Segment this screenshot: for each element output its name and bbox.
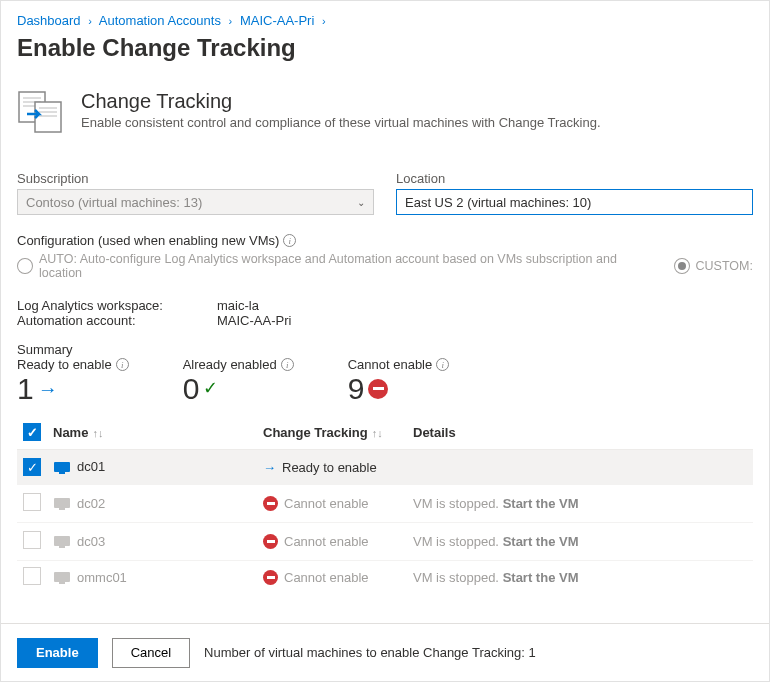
stop-icon bbox=[263, 534, 278, 549]
svg-rect-12 bbox=[54, 536, 70, 546]
radio-custom[interactable] bbox=[674, 258, 690, 274]
enable-button[interactable]: Enable bbox=[17, 638, 98, 668]
table-row[interactable]: ommc01 Cannot enable VM is stopped. Star… bbox=[17, 561, 753, 589]
svg-rect-15 bbox=[59, 582, 65, 584]
status-text: Cannot enable bbox=[284, 570, 369, 585]
svg-rect-9 bbox=[59, 472, 65, 474]
log-analytics-value: maic-la bbox=[217, 298, 259, 313]
table-row[interactable]: dc02 Cannot enable VM is stopped. Start … bbox=[17, 485, 753, 523]
arrow-right-icon: → bbox=[38, 378, 58, 400]
chevron-right-icon: › bbox=[229, 15, 233, 27]
location-select[interactable]: East US 2 (virtual machines: 10) bbox=[396, 189, 753, 215]
hero-subtitle: Enable consistent control and compliance… bbox=[81, 115, 601, 130]
cancel-button[interactable]: Cancel bbox=[112, 638, 190, 668]
vm-icon bbox=[53, 571, 71, 585]
breadcrumb-link[interactable]: MAIC-AA-Pri bbox=[240, 13, 314, 28]
stop-icon bbox=[368, 379, 388, 399]
breadcrumb: Dashboard › Automation Accounts › MAIC-A… bbox=[17, 13, 753, 28]
svg-rect-14 bbox=[54, 572, 70, 582]
column-change-tracking[interactable]: Change Tracking↑↓ bbox=[257, 415, 407, 450]
summary-ready: Ready to enablei 1→ bbox=[17, 357, 129, 405]
svg-rect-8 bbox=[54, 462, 70, 472]
details-text: VM is stopped. bbox=[413, 534, 499, 549]
stop-icon bbox=[263, 496, 278, 511]
column-name[interactable]: Name↑↓ bbox=[47, 415, 257, 450]
table-row[interactable]: dc01 →Ready to enable bbox=[17, 450, 753, 485]
chevron-right-icon: › bbox=[88, 15, 92, 27]
footer-bar: Enable Cancel Number of virtual machines… bbox=[1, 623, 769, 681]
summary-label: Summary bbox=[17, 342, 753, 357]
info-icon[interactable]: i bbox=[283, 234, 296, 247]
row-checkbox bbox=[23, 567, 41, 585]
sort-icon: ↑↓ bbox=[92, 427, 103, 439]
vm-name: dc03 bbox=[77, 534, 105, 549]
check-icon: ✓ bbox=[203, 379, 218, 399]
vm-icon bbox=[53, 461, 71, 475]
select-all-checkbox[interactable] bbox=[23, 423, 41, 441]
breadcrumb-link[interactable]: Automation Accounts bbox=[99, 13, 221, 28]
log-analytics-label: Log Analytics workspace: bbox=[17, 298, 217, 313]
chevron-right-icon: › bbox=[322, 15, 326, 27]
vm-icon bbox=[53, 535, 71, 549]
vm-name: dc01 bbox=[77, 459, 105, 474]
start-vm-link[interactable]: Start the VM bbox=[503, 534, 579, 549]
chevron-down-icon: ⌄ bbox=[357, 197, 365, 208]
hero-title: Change Tracking bbox=[81, 90, 601, 113]
summary-already: Already enabledi 0✓ bbox=[183, 357, 294, 405]
automation-account-label: Automation account: bbox=[17, 313, 217, 328]
details-text: VM is stopped. bbox=[413, 570, 499, 585]
status-text: Cannot enable bbox=[284, 534, 369, 549]
change-tracking-icon bbox=[17, 90, 65, 137]
status-text: Cannot enable bbox=[284, 496, 369, 511]
vm-table: Name↑↓ Change Tracking↑↓ Details dc01 →R… bbox=[17, 415, 753, 588]
info-icon[interactable]: i bbox=[281, 358, 294, 371]
status-text: Ready to enable bbox=[282, 460, 377, 475]
location-label: Location bbox=[396, 171, 753, 186]
radio-auto-label: AUTO: Auto-configure Log Analytics works… bbox=[39, 252, 662, 280]
details-text: VM is stopped. bbox=[413, 496, 499, 511]
summary-cannot: Cannot enablei 9 bbox=[348, 357, 450, 405]
row-checkbox bbox=[23, 531, 41, 549]
subscription-value: Contoso (virtual machines: 13) bbox=[26, 195, 202, 210]
start-vm-link[interactable]: Start the VM bbox=[503, 496, 579, 511]
subscription-label: Subscription bbox=[17, 171, 374, 186]
row-checkbox[interactable] bbox=[23, 458, 41, 476]
svg-rect-11 bbox=[59, 508, 65, 510]
radio-auto[interactable] bbox=[17, 258, 33, 274]
subscription-select[interactable]: Contoso (virtual machines: 13) ⌄ bbox=[17, 189, 374, 215]
table-row[interactable]: dc03 Cannot enable VM is stopped. Start … bbox=[17, 523, 753, 561]
breadcrumb-link[interactable]: Dashboard bbox=[17, 13, 81, 28]
radio-custom-label: CUSTOM: bbox=[696, 259, 753, 273]
vm-name: dc02 bbox=[77, 496, 105, 511]
arrow-right-icon: → bbox=[263, 460, 276, 475]
vm-icon bbox=[53, 497, 71, 511]
info-icon[interactable]: i bbox=[116, 358, 129, 371]
row-checkbox bbox=[23, 493, 41, 511]
automation-account-value: MAIC-AA-Pri bbox=[217, 313, 291, 328]
svg-rect-10 bbox=[54, 498, 70, 508]
svg-rect-13 bbox=[59, 546, 65, 548]
vm-name: ommc01 bbox=[77, 570, 127, 585]
start-vm-link[interactable]: Start the VM bbox=[503, 570, 579, 585]
configuration-label: Configuration (used when enabling new VM… bbox=[17, 233, 753, 248]
location-value: East US 2 (virtual machines: 10) bbox=[405, 195, 591, 210]
page-title: Enable Change Tracking bbox=[17, 34, 753, 62]
stop-icon bbox=[263, 570, 278, 585]
svg-rect-4 bbox=[35, 102, 61, 132]
info-icon[interactable]: i bbox=[436, 358, 449, 371]
hero-section: Change Tracking Enable consistent contro… bbox=[17, 90, 753, 137]
footer-status: Number of virtual machines to enable Cha… bbox=[204, 645, 536, 660]
sort-icon: ↑↓ bbox=[372, 427, 383, 439]
column-details: Details bbox=[407, 415, 753, 450]
